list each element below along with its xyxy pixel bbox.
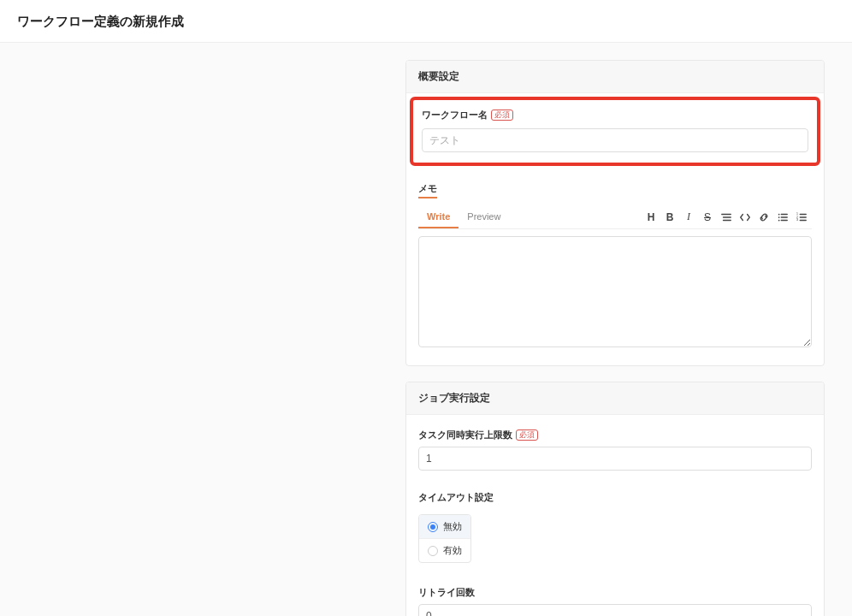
svg-point-2	[778, 219, 780, 221]
radio-unselected-icon	[428, 546, 438, 556]
editor-tab-preview[interactable]: Preview	[459, 206, 509, 228]
overview-card-body: ワークフロー名 必須 メモ Write Preview H	[406, 93, 824, 365]
overview-card-header: 概要設定	[406, 61, 824, 93]
timeout-enabled-option[interactable]: 有効	[419, 539, 470, 562]
timeout-disabled-option[interactable]: 無効	[419, 515, 470, 539]
retry-field: リトライ回数	[418, 586, 812, 616]
memo-label: メモ	[418, 182, 437, 198]
workflow-name-label: ワークフロー名 必須	[422, 109, 808, 121]
overview-card: 概要設定 ワークフロー名 必須 メモ Write Preview	[405, 60, 825, 366]
max-tasks-label-text: タスク同時実行上限数	[418, 429, 512, 441]
svg-text:3: 3	[796, 218, 798, 222]
page-header: ワークフロー定義の新規作成	[0, 0, 852, 43]
timeout-field: タイムアウト設定 無効 有効	[418, 491, 812, 566]
editor-tabs-row: Write Preview H B I S	[418, 205, 812, 229]
job-card-body: タスク同時実行上限数 必須 タイムアウト設定 無効	[406, 415, 824, 616]
timeout-label-text: タイムアウト設定	[418, 491, 494, 504]
radio-selected-icon	[428, 522, 438, 532]
timeout-disabled-label: 無効	[443, 520, 462, 533]
retry-input[interactable]	[418, 604, 812, 616]
timeout-radio-group: 無効 有効	[418, 514, 471, 563]
max-tasks-input[interactable]	[418, 447, 812, 471]
quote-icon[interactable]	[719, 210, 733, 224]
svg-point-0	[778, 213, 780, 215]
workflow-name-label-text: ワークフロー名	[422, 109, 488, 121]
unordered-list-icon[interactable]	[776, 210, 790, 224]
job-card-header: ジョブ実行設定	[406, 382, 824, 415]
content-area: 概要設定 ワークフロー名 必須 メモ Write Preview	[0, 43, 852, 616]
editor-tab-write[interactable]: Write	[418, 206, 459, 228]
editor-tabs: Write Preview	[418, 206, 509, 228]
strikethrough-icon[interactable]: S	[701, 210, 714, 224]
form-column: 概要設定 ワークフロー名 必須 メモ Write Preview	[405, 60, 825, 616]
timeout-enabled-label: 有効	[443, 544, 462, 557]
svg-point-1	[778, 216, 780, 218]
editor-toolbar: H B I S	[644, 210, 812, 224]
required-badge: 必須	[516, 429, 538, 441]
max-tasks-label: タスク同時実行上限数 必須	[418, 429, 812, 441]
memo-field: メモ Write Preview H B I S	[418, 181, 812, 350]
retry-label-text: リトライ回数	[418, 586, 475, 599]
ordered-list-icon[interactable]: 123	[795, 210, 808, 224]
heading-icon[interactable]: H	[644, 210, 658, 224]
required-badge: 必須	[491, 110, 513, 121]
max-tasks-field: タスク同時実行上限数 必須	[418, 429, 812, 471]
code-icon[interactable]	[738, 210, 752, 224]
link-icon[interactable]	[757, 210, 771, 224]
bold-icon[interactable]: B	[663, 210, 677, 224]
workflow-name-highlight-box: ワークフロー名 必須	[410, 97, 820, 166]
page-title: ワークフロー定義の新規作成	[17, 14, 835, 30]
job-card: ジョブ実行設定 タスク同時実行上限数 必須 タイムアウト設定	[405, 382, 825, 616]
workflow-name-input[interactable]	[422, 128, 808, 152]
italic-icon[interactable]: I	[682, 210, 695, 224]
retry-label: リトライ回数	[418, 586, 812, 599]
memo-textarea[interactable]	[418, 236, 812, 347]
timeout-label: タイムアウト設定	[418, 491, 812, 504]
